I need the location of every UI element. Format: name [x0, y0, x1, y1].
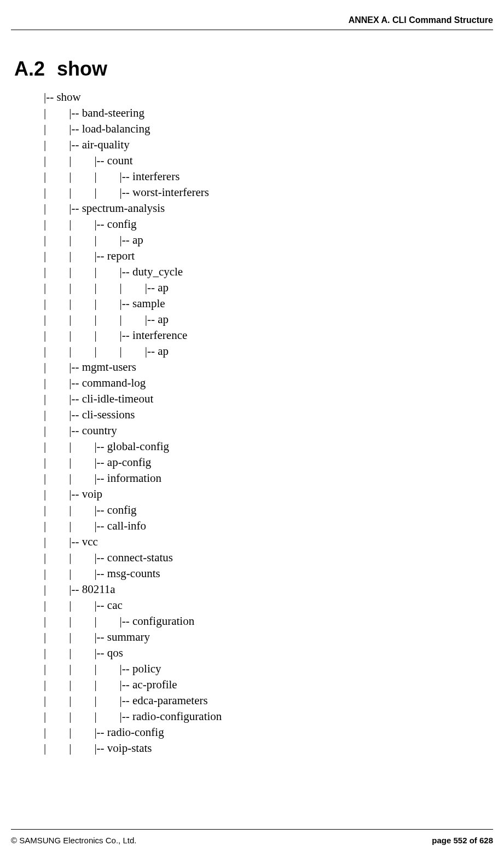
tree-line: | | | |-- interference [44, 327, 222, 343]
tree-line: | | | | |-- ap [44, 280, 222, 296]
tree-line: | |-- band-steering [44, 105, 222, 121]
cli-tree: |-- show| |-- band-steering| |-- load-ba… [44, 89, 222, 756]
footer-divider [11, 829, 493, 830]
tree-line: | | |-- call-info [44, 518, 222, 534]
tree-line: | |-- spectrum-analysis [44, 200, 222, 216]
footer-page-number: page 552 of 628 [432, 836, 493, 845]
header-divider [11, 30, 493, 30]
tree-line: | |-- 80211a [44, 582, 222, 597]
tree-line: | | |-- config [44, 216, 222, 232]
tree-line: | |-- vcc [44, 534, 222, 550]
tree-line: | | | |-- duty_cycle [44, 264, 222, 280]
tree-line: | |-- mgmt-users [44, 359, 222, 375]
tree-line: | | |-- ap-config [44, 455, 222, 470]
tree-line: |-- show [44, 89, 222, 105]
tree-line: | | | |-- edca-parameters [44, 693, 222, 709]
tree-line: | | | |-- configuration [44, 613, 222, 629]
tree-line: | |-- voip [44, 486, 222, 502]
tree-line: | | | |-- sample [44, 296, 222, 312]
tree-line: | | | |-- radio-configuration [44, 709, 222, 724]
tree-line: | | | |-- ac-profile [44, 677, 222, 693]
tree-line: | | |-- config [44, 502, 222, 518]
tree-line: | | |-- count [44, 153, 222, 169]
tree-line: | |-- cli-sessions [44, 407, 222, 423]
section-heading: A.2show [14, 57, 107, 80]
tree-line: | | | |-- ap [44, 232, 222, 248]
tree-line: | | |-- voip-stats [44, 740, 222, 756]
tree-line: | | | |-- interferers [44, 169, 222, 185]
tree-line: | |-- load-balancing [44, 121, 222, 137]
section-title: show [57, 57, 107, 80]
tree-line: | |-- country [44, 423, 222, 439]
tree-line: | | |-- radio-config [44, 724, 222, 740]
footer-copyright: © SAMSUNG Electronics Co., Ltd. [11, 836, 136, 845]
tree-line: | | | |-- worst-interferers [44, 185, 222, 200]
section-number: A.2 [14, 57, 45, 80]
tree-line: | | | |-- policy [44, 661, 222, 677]
tree-line: | | |-- msg-counts [44, 566, 222, 582]
tree-line: | |-- command-log [44, 375, 222, 391]
tree-line: | |-- air-quality [44, 137, 222, 153]
tree-line: | | | | |-- ap [44, 312, 222, 327]
tree-line: | | |-- information [44, 470, 222, 486]
tree-line: | | |-- global-config [44, 439, 222, 455]
tree-line: | | |-- summary [44, 629, 222, 645]
tree-line: | | |-- qos [44, 645, 222, 661]
tree-line: | | |-- connect-status [44, 550, 222, 566]
tree-line: | | |-- cac [44, 597, 222, 613]
header-annex-title: ANNEX A. CLI Command Structure [349, 15, 493, 25]
tree-line: | | |-- report [44, 248, 222, 264]
tree-line: | |-- cli-idle-timeout [44, 391, 222, 407]
tree-line: | | | | |-- ap [44, 343, 222, 359]
